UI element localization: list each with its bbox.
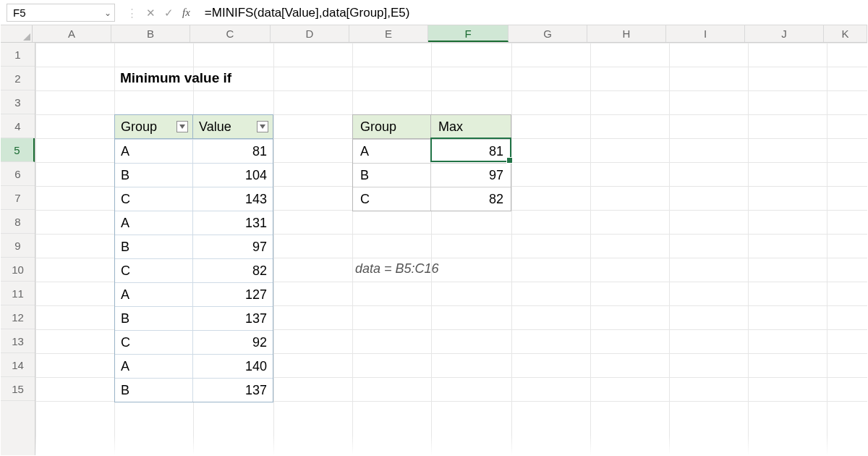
cell-value[interactable]: 82	[193, 258, 273, 282]
col-header-D[interactable]: D	[271, 25, 349, 42]
cell-max[interactable]: 82	[431, 187, 511, 211]
fx-icon[interactable]: fx	[178, 7, 195, 19]
col-header-C[interactable]: C	[190, 25, 271, 42]
col-header-B[interactable]: B	[111, 25, 190, 42]
col-header-I[interactable]: I	[666, 25, 745, 42]
cell-group[interactable]: B	[115, 163, 193, 187]
column-headers: ABCDEFGHIJK	[1, 25, 867, 43]
col-header-K[interactable]: K	[824, 25, 867, 42]
table-row: A81	[115, 139, 273, 163]
cell-value[interactable]: 104	[193, 163, 273, 187]
spreadsheet-grid[interactable]: Minimum value if GroupValueA81B104C143A1…	[35, 43, 867, 455]
data-table-header[interactable]: Group	[115, 115, 193, 139]
table-row: A131	[115, 211, 273, 235]
cell-group[interactable]: B	[115, 235, 193, 258]
cancel-formula-button[interactable]: ✕	[142, 7, 160, 20]
cell-value[interactable]: 81	[193, 139, 273, 163]
row-header-13[interactable]: 13	[1, 329, 35, 353]
row-header-11[interactable]: 11	[1, 282, 35, 305]
cell-group[interactable]: A	[115, 139, 193, 163]
col-header-H[interactable]: H	[587, 25, 666, 42]
formula-bar: F5 ⌄ ⋮ ✕ ✓ fx =MINIFS(data[Value],data[G…	[1, 1, 867, 25]
cell-value[interactable]: 137	[193, 378, 273, 402]
col-header-G[interactable]: G	[509, 25, 587, 42]
table-row: C92	[115, 330, 273, 354]
cell-value[interactable]: 140	[193, 354, 273, 378]
row-header-5[interactable]: 5	[1, 138, 35, 162]
cell-group[interactable]: C	[115, 330, 193, 354]
row-header-1[interactable]: 1	[1, 43, 35, 67]
row-header-4[interactable]: 4	[1, 114, 35, 138]
table-row: C143	[115, 187, 273, 211]
summary-table: GroupMaxA81B97C82	[352, 114, 511, 211]
cell-group[interactable]: B	[115, 306, 193, 330]
enter-formula-button[interactable]: ✓	[160, 7, 178, 20]
table-row: B97	[115, 235, 273, 258]
cell-group[interactable]: C	[353, 187, 431, 211]
row-header-3[interactable]: 3	[1, 90, 35, 114]
cell-value[interactable]: 92	[193, 330, 273, 354]
cell-value[interactable]: 137	[193, 306, 273, 330]
row-header-15[interactable]: 15	[1, 377, 35, 401]
table-row: A140	[115, 354, 273, 378]
table-row: B97	[353, 163, 511, 187]
separator-icon: ⋮	[122, 7, 142, 20]
col-header-J[interactable]: J	[745, 25, 824, 42]
sheet-title: Minimum value if	[120, 70, 231, 86]
summary-header[interactable]: Max	[431, 115, 511, 139]
select-all-corner[interactable]	[1, 25, 33, 42]
name-box[interactable]: F5 ⌄	[7, 4, 115, 22]
table-row: B137	[115, 306, 273, 330]
table-row: C82	[353, 187, 511, 211]
row-header-12[interactable]: 12	[1, 305, 35, 329]
cell-max[interactable]: 81	[431, 139, 511, 163]
cell-group[interactable]: C	[115, 258, 193, 282]
row-header-6[interactable]: 6	[1, 162, 35, 186]
col-header-F[interactable]: F	[428, 25, 509, 42]
table-row: A81	[353, 139, 511, 163]
data-table: GroupValueA81B104C143A131B97C82A127B137C…	[114, 114, 273, 402]
row-header-7[interactable]: 7	[1, 186, 35, 210]
formula-input[interactable]: =MINIFS(data[Value],data[Group],E5)	[199, 1, 867, 25]
cell-value[interactable]: 143	[193, 187, 273, 211]
row-headers: 123456789101112131415	[1, 43, 35, 455]
data-table-header[interactable]: Value	[193, 115, 273, 139]
filter-dropdown-icon[interactable]	[176, 121, 188, 132]
table-row: B137	[115, 378, 273, 402]
formula-bar-buttons: ⋮ ✕ ✓ fx	[118, 1, 199, 25]
row-header-8[interactable]: 8	[1, 210, 35, 234]
col-header-A[interactable]: A	[33, 25, 111, 42]
table-row: C82	[115, 258, 273, 282]
table-row: A127	[115, 282, 273, 306]
col-header-E[interactable]: E	[349, 25, 428, 42]
cell-group[interactable]: A	[353, 139, 431, 163]
cell-group[interactable]: C	[115, 187, 193, 211]
data-table-header-label: Value	[199, 119, 231, 135]
cell-group[interactable]: A	[115, 211, 193, 235]
cell-group[interactable]: A	[115, 354, 193, 378]
table-row: B104	[115, 163, 273, 187]
range-note: data = B5:C16	[355, 261, 439, 276]
cell-group[interactable]: B	[115, 378, 193, 402]
row-header-14[interactable]: 14	[1, 353, 35, 377]
cell-value[interactable]: 97	[193, 235, 273, 258]
name-box-value: F5	[7, 7, 32, 19]
data-table-header-label: Group	[121, 119, 157, 135]
name-box-dropdown-icon[interactable]: ⌄	[98, 8, 114, 18]
cell-value[interactable]: 131	[193, 211, 273, 235]
filter-dropdown-icon[interactable]	[257, 121, 268, 132]
cell-group[interactable]: B	[353, 163, 431, 187]
row-header-9[interactable]: 9	[1, 234, 35, 258]
row-header-2[interactable]: 2	[1, 67, 35, 90]
cell-group[interactable]: A	[115, 282, 193, 306]
cell-value[interactable]: 127	[193, 282, 273, 306]
cell-max[interactable]: 97	[431, 163, 511, 187]
summary-header[interactable]: Group	[353, 115, 431, 139]
row-header-10[interactable]: 10	[1, 258, 35, 282]
